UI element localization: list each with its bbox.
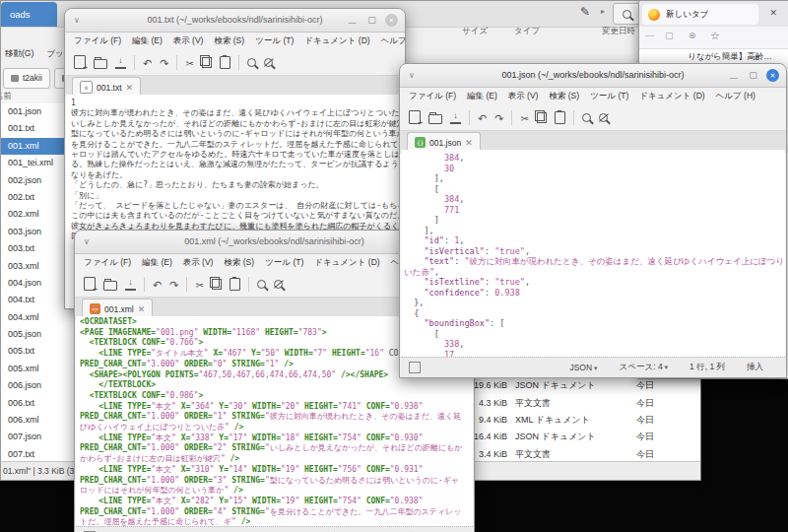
file-modified: 今日 [636,412,654,429]
indent-selector[interactable]: スペース: 4 [620,362,669,373]
menu-item[interactable]: ドキュメント (D) [304,35,369,47]
menu-item[interactable]: 編集 (E) [467,91,497,102]
tab-close-icon[interactable] [126,83,134,93]
column-header-modified[interactable]: 変更日時 [602,26,635,37]
titlebar[interactable]: ∨ 001.txt (~/_works/ebooks/ndl/sarinisih… [65,9,405,33]
save-icon[interactable] [450,110,461,124]
expand-icon[interactable] [601,7,605,16]
menu-item[interactable]: ファイル (F) [84,257,131,269]
search-replace-icon[interactable] [264,58,273,67]
tab-001-txt[interactable]: ≡ 001.txt [72,77,141,97]
menu-item[interactable]: ファイル (F) [74,35,121,47]
cut-icon[interactable] [195,275,203,293]
close-button[interactable] [385,14,398,27]
folder-icon [11,75,19,82]
file-type: JSON ドキュメント [515,429,596,445]
menu-item[interactable]: ツール (T) [255,35,294,47]
menu-item[interactable]: 検索 (S) [214,35,244,47]
edit-path-icon[interactable] [580,5,590,19]
minimize-icon[interactable]: — [645,31,654,40]
text-line: 「別に」 [71,191,404,201]
minimize-button[interactable] [346,14,359,27]
text-line: る。熟練した操作だったとはいえ、急激な減速の無理がたたって、タービンが抗議するよ… [71,160,404,169]
paste-icon[interactable] [220,56,230,69]
new-document-icon[interactable] [409,110,421,124]
tab-close-icon[interactable] [465,138,473,148]
maximize-button[interactable] [365,14,378,27]
cut-icon[interactable] [520,108,528,126]
search-icon[interactable] [247,58,256,67]
bookmark-star-icon[interactable] [710,30,720,42]
text-line: 彼方に対向車が現われたとき、その姿はまだ、遠く延びゆくハイウェイ上にぽつりとつい… [71,108,404,118]
search-icon[interactable] [257,280,266,289]
code-line: かわらず-おまけに左の目は虹彩が鍵穴" /> [80,454,473,465]
undo-icon[interactable] [478,108,487,126]
file-manager-active-tab[interactable]: oads [1,2,57,27]
open-icon[interactable] [103,281,117,291]
cut-icon[interactable] [185,53,193,71]
tab-close-icon[interactable] [138,304,146,314]
redo-icon[interactable] [160,53,168,71]
new-document-icon[interactable] [84,277,96,291]
open-icon[interactable] [428,114,442,124]
copy-icon[interactable] [537,112,547,123]
menu-item[interactable]: 検索 (S) [549,91,579,102]
menu-item[interactable]: 表示 (V) [173,35,204,47]
menu-item[interactable]: ツール (T) [590,91,628,102]
menu-item[interactable]: ツール (T) [265,257,303,269]
undo-icon[interactable] [143,53,152,71]
chevron-down-icon[interactable]: ∨ [84,231,90,253]
paste-icon[interactable] [555,111,565,124]
close-button[interactable] [766,69,779,82]
copy-icon[interactable] [212,279,222,290]
column-header-name[interactable]: 名前 [1,91,12,102]
tab-001-xml[interactable]: <> 001.xml [82,299,153,318]
json-content[interactable]: 384, 30 ], [ 384, 771 ] ], "id": 1, "isV… [401,150,785,361]
menu-item[interactable]: ヘルプ (H) [716,91,755,102]
language-selector[interactable]: JSON [569,363,597,372]
menu-item[interactable]: 移動(G) [5,48,33,60]
search-button[interactable] [613,3,641,25]
tab-001-json[interactable]: {} 001.json [407,132,481,152]
code-line: ], [404,226,785,236]
search-replace-icon[interactable] [599,113,608,122]
menu-item[interactable]: 編集 (E) [132,35,163,47]
file-name: 004.xml [8,309,39,326]
new-document-icon[interactable] [74,55,86,69]
firefox-tab[interactable]: 新しいタブ [642,4,758,25]
window-title: 001.xml (~/_works/ebooks/ndl/sarinisihib… [184,236,363,246]
menu-item[interactable]: ヘルプ (H) [381,35,405,47]
maximize-icon[interactable]: ▢ [665,31,674,40]
menu-item[interactable]: ファイル (F) [409,91,456,102]
column-header-size[interactable]: サイズ [462,26,488,37]
minimize-button[interactable] [727,69,740,82]
redo-icon[interactable] [494,108,503,126]
save-icon[interactable] [125,277,136,291]
chevron-down-icon[interactable]: ∨ [74,9,80,32]
close-icon[interactable]: ⊗ [689,31,696,40]
search-replace-icon[interactable] [274,280,283,289]
search-icon[interactable] [582,113,591,122]
copy-icon[interactable] [202,57,212,68]
code-line: <LINE TYPE="本文" X="310" Y="14" WIDTH="19… [80,465,473,476]
menu-item[interactable]: ドキュメント (D) [639,91,704,102]
tab-close-icon[interactable] [769,8,777,18]
page-setup-icon[interactable] [409,362,421,373]
save-icon[interactable] [115,55,126,69]
menu-item[interactable]: 編集 (E) [142,257,172,269]
code-line: いた赤", [404,267,785,278]
titlebar[interactable]: ∨ 001.json (~/_works/ebooks/ndl/sarinisi… [400,64,786,88]
maximize-button[interactable] [747,69,759,82]
paste-icon[interactable] [230,278,240,291]
window-title: 001.json (~/_works/ebooks/ndl/sarinisihi… [502,70,685,80]
undo-icon[interactable] [153,275,162,293]
path-button[interactable]: t2akii [3,68,50,89]
open-icon[interactable] [94,59,107,69]
menu-item[interactable]: ドキュメント (D) [314,257,379,269]
column-header-type[interactable]: タイプ [514,26,540,37]
chevron-down-icon[interactable]: ∨ [409,64,415,87]
menu-item[interactable]: 検索 (S) [224,257,254,269]
redo-icon[interactable] [169,275,178,293]
menu-item[interactable]: 表示 (V) [183,257,214,269]
menu-item[interactable]: 表示 (V) [508,91,539,102]
